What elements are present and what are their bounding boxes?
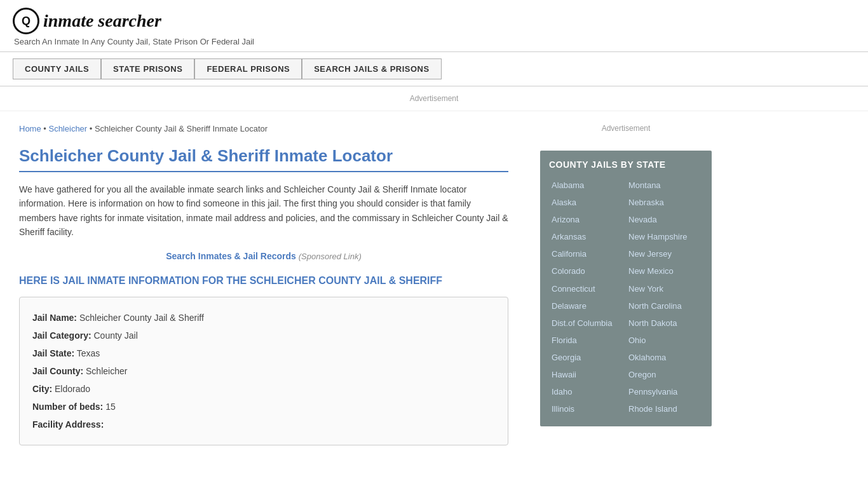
- state-link[interactable]: New York: [626, 281, 703, 297]
- state-link[interactable]: Colorado: [549, 263, 626, 280]
- jail-address-row: Facility Address:: [32, 416, 495, 433]
- jail-address-label: Facility Address:: [32, 419, 104, 430]
- jail-name-row: Jail Name: Schleicher County Jail & Sher…: [32, 309, 495, 327]
- breadcrumb-current: Schleicher County Jail & Sheriff Inmate …: [95, 124, 268, 133]
- jail-county-label: Jail County:: [32, 366, 83, 376]
- jail-beds-label: Number of beds:: [32, 402, 103, 412]
- main-layout: Home • Schleicher • Schleicher County Ja…: [0, 111, 868, 458]
- state-link[interactable]: Montana: [626, 177, 703, 194]
- state-link[interactable]: Rhode Island: [626, 401, 703, 417]
- logo-text: inmate searcher: [43, 11, 161, 31]
- breadcrumb-home-link[interactable]: Home: [19, 124, 41, 133]
- state-link[interactable]: Ohio: [626, 332, 703, 349]
- jail-city-value: Eldorado: [55, 384, 90, 394]
- state-link[interactable]: Illinois: [549, 401, 626, 417]
- jail-name-label: Jail Name:: [32, 313, 77, 323]
- logo-area: Q inmate searcher: [13, 8, 855, 34]
- nav-bar: COUNTY JAILS STATE PRISONS FEDERAL PRISO…: [0, 52, 868, 86]
- state-link[interactable]: Dist.of Columbia: [549, 315, 626, 332]
- logo-text-span: inmate searcher: [43, 11, 161, 30]
- state-columns: AlabamaAlaskaArizonaArkansasCaliforniaCo…: [549, 177, 703, 417]
- logo-icon: Q: [13, 8, 39, 34]
- state-link[interactable]: Nevada: [626, 212, 703, 228]
- jail-state-label: Jail State:: [32, 348, 74, 358]
- state-col-2: MontanaNebraskaNevadaNew HampshireNew Je…: [626, 177, 703, 417]
- state-link[interactable]: New Hampshire: [626, 229, 703, 245]
- state-link[interactable]: Alaska: [549, 194, 626, 211]
- state-prisons-nav-btn[interactable]: STATE PRISONS: [101, 58, 194, 79]
- jail-category-row: Jail Category: County Jail: [32, 327, 495, 344]
- page-title: Schleicher County Jail & Sheriff Inmate …: [19, 146, 508, 172]
- state-link[interactable]: Oklahoma: [626, 349, 703, 366]
- search-inmates-link[interactable]: Search Inmates & Jail Records: [166, 251, 296, 261]
- state-link[interactable]: Nebraska: [626, 194, 703, 211]
- state-box-title: COUNTY JAILS BY STATE: [549, 159, 703, 170]
- jail-city-label: City:: [32, 384, 52, 394]
- breadcrumb-parent-link[interactable]: Schleicher: [48, 124, 87, 133]
- jail-beds-row: Number of beds: 15: [32, 398, 495, 416]
- info-heading: HERE IS JAIL INMATE INFORMATION FOR THE …: [19, 275, 508, 287]
- state-link[interactable]: Idaho: [549, 384, 626, 400]
- tagline: Search An Inmate In Any County Jail, Sta…: [14, 37, 855, 46]
- jail-county-value: Schleicher: [86, 366, 127, 376]
- county-jails-nav-btn[interactable]: COUNTY JAILS: [13, 58, 101, 79]
- jail-city-row: City: Eldorado: [32, 380, 495, 398]
- state-link[interactable]: North Carolina: [626, 298, 703, 315]
- ad-banner: Advertisement: [0, 86, 868, 111]
- sidebar-ad: Advertisement: [540, 118, 712, 139]
- state-link[interactable]: New Jersey: [626, 246, 703, 262]
- main-content: Home • Schleicher • Schleicher County Ja…: [0, 111, 527, 458]
- search-jails-nav-btn[interactable]: SEARCH JAILS & PRISONS: [302, 58, 441, 79]
- state-link[interactable]: Pennsylvania: [626, 384, 703, 400]
- state-link[interactable]: Delaware: [549, 298, 626, 315]
- jail-state-value: Texas: [77, 348, 100, 358]
- state-link[interactable]: Arizona: [549, 212, 626, 228]
- state-link[interactable]: Hawaii: [549, 367, 626, 383]
- state-link[interactable]: California: [549, 246, 626, 262]
- county-jails-by-state-box: COUNTY JAILS BY STATE AlabamaAlaskaArizo…: [540, 151, 712, 426]
- jail-category-value: County Jail: [93, 330, 137, 341]
- sponsored-label: (Sponsored Link): [299, 252, 362, 261]
- state-link[interactable]: Florida: [549, 332, 626, 349]
- state-link[interactable]: North Dakota: [626, 315, 703, 332]
- state-link[interactable]: New Mexico: [626, 263, 703, 280]
- search-link-area: Search Inmates & Jail Records (Sponsored…: [19, 251, 508, 261]
- jail-category-label: Jail Category:: [32, 330, 92, 341]
- federal-prisons-nav-btn[interactable]: FEDERAL PRISONS: [194, 58, 302, 79]
- jail-state-row: Jail State: Texas: [32, 344, 495, 362]
- state-link[interactable]: Connecticut: [549, 281, 626, 297]
- description: We have gathered for you all the availab…: [19, 182, 508, 240]
- header: Q inmate searcher Search An Inmate In An…: [0, 0, 868, 52]
- state-link[interactable]: Georgia: [549, 349, 626, 366]
- jail-name-value: Schleicher County Jail & Sheriff: [79, 313, 204, 323]
- jail-beds-value: 15: [105, 402, 116, 412]
- state-col-1: AlabamaAlaskaArizonaArkansasCaliforniaCo…: [549, 177, 626, 417]
- sidebar: Advertisement COUNTY JAILS BY STATE Alab…: [527, 111, 724, 458]
- state-link[interactable]: Alabama: [549, 177, 626, 194]
- state-link[interactable]: Oregon: [626, 367, 703, 383]
- jail-county-row: Jail County: Schleicher: [32, 362, 495, 380]
- state-link[interactable]: Arkansas: [549, 229, 626, 245]
- jail-info-box: Jail Name: Schleicher County Jail & Sher…: [19, 297, 508, 445]
- breadcrumb: Home • Schleicher • Schleicher County Ja…: [19, 124, 508, 133]
